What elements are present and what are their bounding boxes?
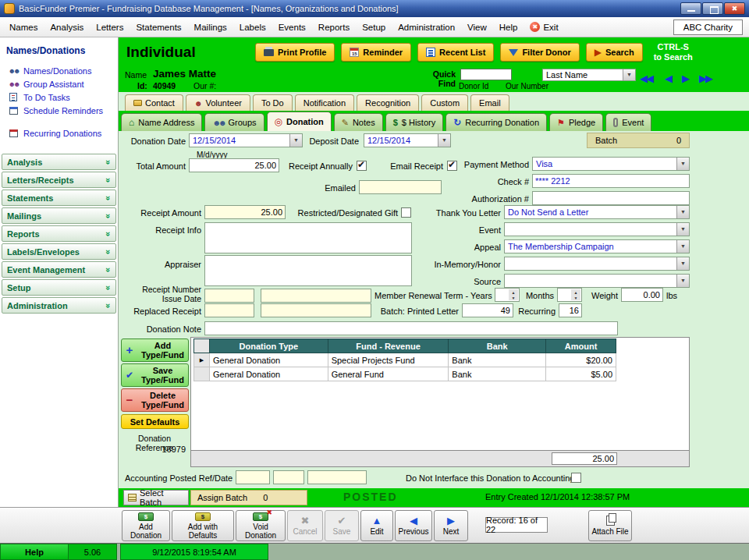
check-number-input[interactable] bbox=[532, 174, 690, 188]
receipt-number-input[interactable] bbox=[204, 289, 254, 303]
menu-item-analysis[interactable]: Analysis bbox=[44, 19, 90, 35]
appraiser-textarea[interactable] bbox=[204, 255, 412, 286]
quick-find-input[interactable] bbox=[460, 69, 512, 80]
accounting-ref-input-1[interactable] bbox=[236, 470, 270, 484]
renewal-years-spinner[interactable] bbox=[495, 288, 520, 302]
menu-item-exit[interactable]: Exit bbox=[524, 19, 564, 34]
add-type-fund-button[interactable]: Add Type/Fund bbox=[121, 338, 189, 362]
weight-input[interactable] bbox=[621, 288, 663, 302]
deposit-date-input[interactable]: 12/15/2014 bbox=[364, 133, 451, 147]
donation-date-input[interactable]: 12/15/2014 bbox=[189, 133, 303, 147]
tab-volunteer[interactable]: Volunteer bbox=[186, 94, 250, 111]
save-type-fund-button[interactable]: Save Type/Fund bbox=[121, 363, 189, 387]
renewal-months-spinner[interactable] bbox=[557, 288, 582, 302]
receipt-issue-date-input[interactable] bbox=[261, 289, 371, 303]
sidebar-section-labels-envelopes[interactable]: Labels/Envelopes bbox=[2, 243, 116, 260]
next-button[interactable]: Next bbox=[434, 510, 468, 541]
minimize-button[interactable] bbox=[680, 2, 701, 15]
sidebar-link-schedule-reminders[interactable]: Schedule Reminders bbox=[0, 104, 118, 117]
menu-item-setup[interactable]: Setup bbox=[356, 19, 392, 35]
tab-recurring-donation[interactable]: Recurring Donation bbox=[445, 113, 547, 131]
sidebar-section-event-management[interactable]: Event Management bbox=[2, 261, 116, 278]
previous-button[interactable]: Previous bbox=[395, 510, 432, 541]
batch-printed-letter-input[interactable] bbox=[462, 303, 513, 317]
event-select[interactable] bbox=[504, 222, 690, 236]
print-profile-button[interactable]: Print Profile bbox=[255, 43, 335, 62]
menu-item-events[interactable]: Events bbox=[272, 19, 312, 35]
cancel-button[interactable]: Cancel bbox=[287, 510, 323, 541]
source-select[interactable] bbox=[504, 274, 690, 288]
replaced-receipt-input-2[interactable] bbox=[261, 303, 371, 317]
menu-item-help[interactable]: Help bbox=[493, 19, 524, 35]
previous-record-button[interactable] bbox=[665, 73, 671, 84]
sidebar-link-group-assistant[interactable]: ☻☻ Group Assistant bbox=[0, 77, 118, 90]
payment-method-select[interactable]: Visa bbox=[532, 157, 690, 171]
sidebar-section-analysis[interactable]: Analysis bbox=[2, 154, 116, 170]
menu-item-statements[interactable]: Statements bbox=[130, 19, 187, 35]
menu-item-mailings[interactable]: Mailings bbox=[188, 19, 233, 35]
add-with-defaults-button[interactable]: Add with Defaults bbox=[172, 510, 234, 541]
menu-item-view[interactable]: View bbox=[461, 19, 493, 35]
sidebar-link-recurring-donations[interactable]: Recurring Donations bbox=[0, 126, 118, 140]
total-amount-input[interactable] bbox=[189, 158, 279, 172]
attach-file-button[interactable]: Attach File bbox=[588, 510, 632, 541]
accounting-date-input[interactable] bbox=[307, 470, 367, 484]
menu-item-names[interactable]: Names bbox=[3, 19, 44, 35]
filter-donor-button[interactable]: Filter Donor bbox=[500, 43, 579, 62]
void-donation-button[interactable]: Void Donation bbox=[236, 510, 286, 541]
recurring-input[interactable] bbox=[559, 303, 582, 317]
emailed-input[interactable] bbox=[359, 180, 442, 194]
sidebar-section-letters-receipts[interactable]: Letters/Receipts bbox=[2, 172, 116, 188]
search-button[interactable]: Search bbox=[586, 43, 643, 62]
maximize-button[interactable] bbox=[702, 2, 723, 15]
help-button[interactable]: Help bbox=[0, 544, 69, 560]
sidebar-section-administration[interactable]: Administration bbox=[2, 297, 116, 314]
recent-list-button[interactable]: Recent List bbox=[417, 43, 494, 62]
reminder-button[interactable]: Reminder bbox=[341, 43, 411, 62]
tab-recognition[interactable]: Recognition bbox=[357, 94, 419, 111]
donation-note-input[interactable] bbox=[204, 321, 618, 335]
tab-event[interactable]: Event bbox=[605, 113, 651, 131]
tab-notification[interactable]: Notification bbox=[295, 94, 354, 111]
sidebar-link-to-do-tasks[interactable]: To Do Tasks bbox=[0, 90, 118, 104]
receipt-annually-checkbox[interactable] bbox=[357, 161, 367, 171]
tab-history[interactable]: $ History bbox=[385, 113, 444, 131]
search-by-select[interactable]: Last Name bbox=[542, 69, 636, 81]
sidebar-link-names-donations[interactable]: ☻☻ Names/Donations bbox=[0, 64, 118, 77]
email-receipt-checkbox[interactable] bbox=[447, 161, 457, 171]
save-button[interactable]: Save bbox=[325, 510, 359, 541]
sidebar-section-setup[interactable]: Setup bbox=[2, 279, 116, 296]
sidebar-section-reports[interactable]: Reports bbox=[2, 225, 116, 242]
authorization-input[interactable] bbox=[532, 191, 690, 205]
select-batch-button[interactable]: Select Batch bbox=[123, 490, 189, 505]
tab-notes[interactable]: Notes bbox=[334, 113, 383, 131]
menu-item-administration[interactable]: Administration bbox=[392, 19, 461, 35]
delete-type-fund-button[interactable]: Delete Type/Fund bbox=[121, 388, 189, 412]
receipt-info-textarea[interactable] bbox=[204, 222, 412, 253]
close-button[interactable] bbox=[724, 2, 745, 15]
tab-name-address[interactable]: Name Address bbox=[121, 113, 202, 131]
first-record-button[interactable] bbox=[640, 73, 652, 84]
accounting-ref-input-2[interactable] bbox=[273, 470, 304, 484]
thank-you-letter-select[interactable]: Do Not Send a Letter bbox=[504, 205, 690, 219]
in-memory-honor-select[interactable] bbox=[504, 257, 690, 271]
sidebar-section-statements[interactable]: Statements bbox=[2, 190, 116, 206]
menu-item-letters[interactable]: Letters bbox=[90, 19, 130, 35]
receipt-amount-input[interactable] bbox=[204, 205, 286, 219]
appeal-select[interactable]: The Membership Campaign bbox=[504, 239, 690, 253]
sidebar-section-mailings[interactable]: Mailings bbox=[2, 207, 116, 224]
no-interface-checkbox[interactable] bbox=[571, 473, 581, 483]
replaced-receipt-input-1[interactable] bbox=[204, 303, 254, 317]
tab-donation[interactable]: Donation bbox=[267, 112, 332, 131]
tab-email[interactable]: Email bbox=[470, 94, 509, 111]
fund-table-row[interactable]: General Donation General Fund Bank $5.00 bbox=[194, 367, 616, 381]
menu-item-labels[interactable]: Labels bbox=[233, 19, 272, 35]
fund-table-row[interactable]: General Donation Special Projects Fund B… bbox=[194, 353, 616, 367]
add-donation-button[interactable]: Add Donation bbox=[122, 510, 170, 541]
tab-groups[interactable]: Groups bbox=[204, 113, 264, 131]
tab-custom[interactable]: Custom bbox=[421, 94, 468, 111]
next-record-button[interactable] bbox=[682, 73, 688, 84]
tab-pledge[interactable]: Pledge bbox=[549, 113, 603, 131]
tab-contact[interactable]: Contact bbox=[125, 94, 183, 111]
set-defaults-button[interactable]: Set Defaults bbox=[121, 414, 189, 429]
